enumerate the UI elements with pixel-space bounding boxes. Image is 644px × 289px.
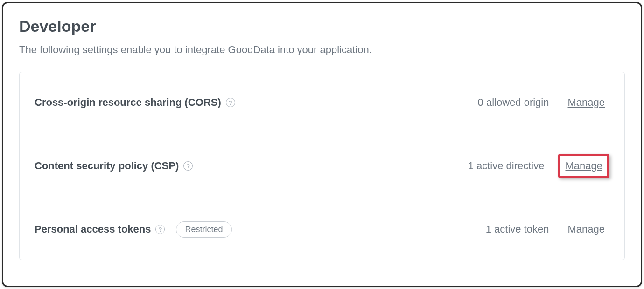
cors-status: 0 allowed origin	[478, 96, 549, 109]
setting-row-csp: Content security policy (CSP) ? 1 active…	[35, 133, 609, 199]
help-icon[interactable]: ?	[183, 161, 193, 171]
setting-title-wrap: Content security policy (CSP) ?	[35, 160, 468, 172]
cors-manage-wrap: Manage	[563, 93, 609, 112]
settings-card: Cross-origin resource sharing (CORS) ? 0…	[19, 72, 625, 260]
help-icon[interactable]: ?	[226, 98, 235, 107]
csp-status: 1 active directive	[468, 160, 545, 172]
csp-manage-link[interactable]: Manage	[565, 160, 602, 172]
cors-manage-link[interactable]: Manage	[567, 96, 605, 109]
cors-title: Cross-origin resource sharing (CORS)	[35, 96, 221, 109]
csp-title: Content security policy (CSP)	[35, 160, 179, 172]
pat-manage-wrap: Manage	[563, 220, 609, 239]
setting-title-wrap: Cross-origin resource sharing (CORS) ?	[35, 96, 478, 109]
csp-manage-highlight: Manage	[558, 154, 609, 178]
developer-settings-panel: Developer The following settings enable …	[2, 2, 642, 287]
restricted-badge: Restricted	[176, 221, 231, 238]
pat-status: 1 active token	[486, 223, 549, 235]
page-title: Developer	[19, 17, 625, 35]
pat-title: Personal access tokens	[35, 223, 151, 235]
pat-manage-link[interactable]: Manage	[567, 223, 605, 235]
page-description: The following settings enable you to int…	[19, 44, 625, 56]
setting-title-wrap: Personal access tokens ? Restricted	[35, 221, 486, 238]
setting-row-cors: Cross-origin resource sharing (CORS) ? 0…	[35, 72, 609, 133]
help-icon[interactable]: ?	[155, 225, 165, 234]
setting-row-pat: Personal access tokens ? Restricted 1 ac…	[35, 199, 609, 260]
